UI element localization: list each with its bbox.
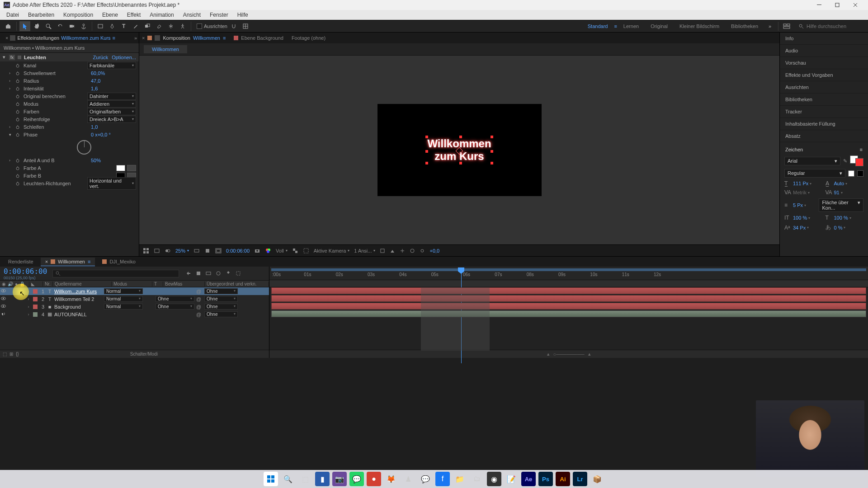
panel-ausrichten[interactable]: Ausrichten	[780, 81, 868, 94]
blend-mode-dropdown[interactable]: Normal▾	[104, 304, 143, 310]
parent-dropdown[interactable]: Ohne▾	[204, 296, 238, 302]
align-checkbox[interactable]: Ausrichten	[197, 23, 227, 29]
layer-row-1[interactable]: ›1TWillkom...zum KursNormal▾@Ohne▾	[0, 287, 269, 295]
panel-info[interactable]: Info	[780, 33, 868, 45]
channels-icon[interactable]	[265, 248, 271, 254]
trkmat-dropdown[interactable]: Ohne▾	[156, 296, 194, 302]
eye-toggle[interactable]	[0, 296, 6, 302]
region-icon[interactable]	[303, 248, 309, 254]
farbe-a-swatch[interactable]	[116, 165, 125, 171]
view-icon2[interactable]	[390, 248, 395, 253]
anteil-value[interactable]: 50%	[91, 158, 136, 163]
panel-menu-icon[interactable]: ≡	[860, 147, 863, 152]
parent-dropdown[interactable]: Ohne▾	[204, 304, 238, 310]
rotate-tool[interactable]	[55, 21, 66, 31]
menu-fenster[interactable]: Fenster	[205, 11, 233, 19]
menu-ebene[interactable]: Ebene	[98, 11, 123, 19]
leading-value[interactable]: Auto	[834, 181, 844, 186]
layer-bar-2[interactable]	[271, 295, 866, 302]
panel-vorschau[interactable]: Vorschau	[780, 57, 868, 69]
workspace-switcher[interactable]	[781, 21, 792, 31]
effect-leuchten-header[interactable]: ▾ fx Leuchten Zurück Optionen...	[0, 53, 139, 61]
timeline-zoom-slider[interactable]: ▴○────────▴	[269, 350, 868, 358]
stopwatch-icon[interactable]	[14, 70, 21, 76]
tab-renderliste[interactable]: Renderliste	[4, 258, 38, 266]
workspace-standard[interactable]: Standard	[582, 22, 613, 31]
stopwatch-icon[interactable]	[14, 157, 21, 164]
tl-footer-icon1[interactable]: ⬚	[3, 352, 7, 357]
eraser-tool[interactable]	[154, 21, 165, 31]
eye-toggle[interactable]	[0, 288, 6, 294]
brush-tool[interactable]	[130, 21, 141, 31]
hand-tool[interactable]	[31, 21, 42, 31]
reihenfolge-dropdown[interactable]: Dreieck A>B>A▾	[87, 116, 136, 123]
workspace-bibliotheken[interactable]: Bibliotheken	[726, 22, 764, 31]
puppet-tool[interactable]	[177, 21, 188, 31]
stopwatch-icon[interactable]	[14, 173, 21, 179]
help-search[interactable]	[798, 23, 865, 29]
tl-icon1[interactable]	[184, 269, 193, 277]
clone-tool[interactable]	[142, 21, 153, 31]
blend-mode-dropdown[interactable]: Normal▾	[104, 296, 143, 302]
grid-tool[interactable]	[240, 21, 251, 31]
kerning-value[interactable]: Metrik	[793, 190, 807, 195]
text-tool[interactable]: T	[118, 21, 129, 31]
label-color[interactable]	[33, 312, 38, 317]
maximize-button[interactable]	[828, 0, 846, 10]
close-button[interactable]	[846, 0, 864, 10]
zoom-dropdown[interactable]: 25% ▾	[175, 248, 189, 253]
font-size-value[interactable]: 111 Px	[793, 181, 808, 186]
exposure-reset[interactable]	[420, 248, 425, 253]
after-effects-icon[interactable]: Ae	[521, 472, 536, 486]
channel-icon[interactable]	[204, 248, 211, 254]
layer-bar-4[interactable]	[271, 310, 866, 317]
stopwatch-icon[interactable]	[14, 108, 21, 115]
minimize-button[interactable]	[810, 0, 828, 10]
eye-icon[interactable]: ◉	[2, 282, 6, 286]
color-toggle[interactable]	[848, 170, 854, 177]
label-color[interactable]	[33, 297, 38, 301]
label-color[interactable]	[33, 289, 38, 294]
photoshop-icon[interactable]: Ps	[538, 472, 553, 486]
notes-icon[interactable]: 📝	[504, 472, 519, 486]
stroke-color-swatch[interactable]	[855, 158, 863, 166]
composition-viewer[interactable]: Willkommen zum Kurs	[139, 56, 779, 244]
font-dropdown[interactable]: Arial▾	[784, 157, 840, 165]
speaker-icon[interactable]: 🔊	[8, 282, 13, 286]
workspace-lernen[interactable]: Lernen	[618, 22, 644, 31]
camera-dropdown[interactable]: Aktive Kamera ▾	[314, 248, 350, 253]
label-color[interactable]	[33, 305, 38, 309]
stroke-option-dropdown[interactable]: Fläche über Kon...▾	[819, 198, 863, 212]
tab-willkommen[interactable]: ×Willkommen≡	[41, 258, 95, 266]
menu-animation[interactable]: Animation	[145, 11, 178, 19]
transparency-icon[interactable]	[292, 248, 298, 254]
hscale-value[interactable]: 100 %	[834, 215, 848, 221]
layer-row-2[interactable]: ›2TWillkommen Teil 2Normal▾Ohne▾@Ohne▾	[0, 295, 269, 303]
panel-tracker[interactable]: Tracker	[780, 106, 868, 118]
view-icon3[interactable]	[400, 248, 405, 253]
menu-effekt[interactable]: Effekt	[123, 11, 145, 19]
effect-controls-tab[interactable]: × Effekteinstellungen Willkommen zum Kur…	[3, 34, 118, 42]
exposure-value[interactable]: +0,0	[429, 248, 439, 253]
tl-footer-icon2[interactable]: ⊞	[9, 352, 13, 357]
schleifen-value[interactable]: 1,0	[91, 124, 136, 130]
anchor-tool[interactable]	[78, 21, 89, 31]
layer-name[interactable]: Willkom...zum Kurs	[53, 289, 104, 294]
parent-dropdown[interactable]: Ohne▾	[204, 311, 238, 317]
color-toggle2[interactable]	[857, 170, 863, 177]
start-button[interactable]	[264, 472, 278, 486]
menu-hilfe[interactable]: Hilfe	[233, 11, 253, 19]
richtungen-dropdown[interactable]: Horizontal und vert.▾	[87, 177, 136, 190]
comp-subtab-chip[interactable]: Willkommen	[144, 45, 187, 53]
layer-bar-3[interactable]	[271, 303, 866, 310]
panel-audio[interactable]: Audio	[780, 45, 868, 57]
phase-dial[interactable]	[77, 140, 91, 155]
taskbar-app2[interactable]: 📷	[332, 472, 347, 486]
snapshot-icon[interactable]	[254, 248, 260, 254]
timeline-search[interactable]	[52, 270, 179, 277]
track-area[interactable]	[269, 287, 868, 350]
layer-name[interactable]: Background	[53, 304, 104, 310]
snap-tool[interactable]	[228, 21, 239, 31]
pickwhip-icon[interactable]: @	[196, 304, 203, 310]
tracking-value[interactable]: 91	[834, 190, 840, 195]
